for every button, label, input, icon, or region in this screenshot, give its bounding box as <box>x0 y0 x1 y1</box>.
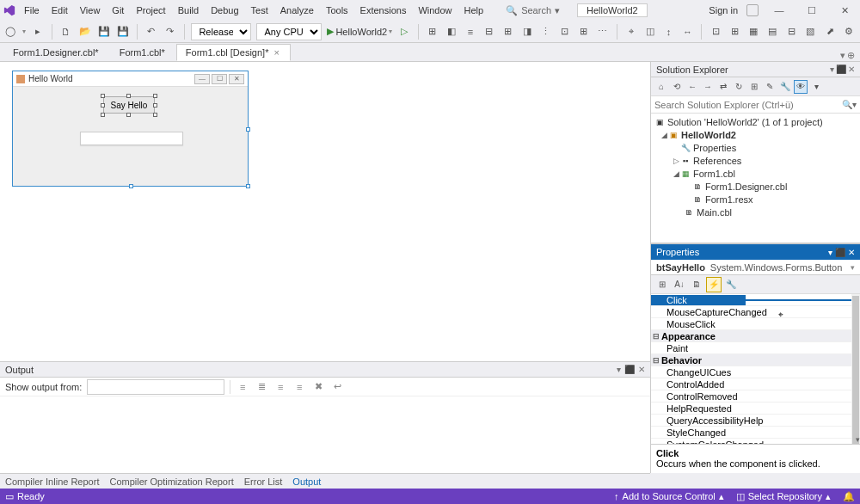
output-source-select[interactable] <box>87 379 224 395</box>
collapse-icon[interactable]: ◢ <box>660 131 668 139</box>
textbox-control[interactable] <box>80 132 183 145</box>
save-icon[interactable]: 💾 <box>97 24 111 40</box>
toolbar-icon[interactable]: ▧ <box>803 24 817 40</box>
menu-project[interactable]: Project <box>131 3 170 17</box>
toolbar-icon[interactable]: ⋯ <box>596 24 610 40</box>
form-client-area[interactable]: Say Hello <box>13 87 248 186</box>
save-all-icon[interactable]: 💾 <box>116 24 130 40</box>
expand-icon[interactable]: ▷ <box>672 157 680 165</box>
menu-analyze[interactable]: Analyze <box>275 3 319 17</box>
se-filter-icon[interactable]: ▾ <box>809 80 823 94</box>
output-wrap-icon[interactable]: ↩ <box>330 380 344 394</box>
menu-test[interactable]: Test <box>246 3 273 17</box>
properties-tab-icon[interactable]: 🗎 <box>689 277 704 292</box>
scrollbar-thumb[interactable] <box>852 296 859 444</box>
panel-pin-icon[interactable]: ⬛ <box>624 365 635 374</box>
properties-scrollbar[interactable]: ▾ <box>851 294 860 444</box>
menu-git[interactable]: Git <box>107 3 129 17</box>
panel-pin-icon[interactable]: ⬛ <box>836 65 846 74</box>
tree-designer-file[interactable]: Form1.Designer.cbl <box>705 181 787 192</box>
tab-pin-icon[interactable]: ⊕ <box>847 50 855 61</box>
properties-object-selector[interactable]: btSayHello System.Windows.Forms.Button ▾ <box>651 260 860 275</box>
tab-error-list[interactable]: Error List <box>244 476 283 487</box>
form-resize-handle[interactable] <box>246 184 250 188</box>
resize-handle[interactable] <box>126 113 131 117</box>
toolbar-icon[interactable]: ⊞ <box>501 24 515 40</box>
solution-explorer-search[interactable]: 🔍▾ <box>651 96 860 114</box>
panel-pin-icon[interactable]: ⬛ <box>835 248 845 257</box>
event-row[interactable]: ControlAdded <box>651 378 860 390</box>
properties-grid[interactable]: Click ⌖ ▾ MouseCaptureChanged MouseClick… <box>651 294 860 444</box>
platform-select[interactable]: Any CPU <box>256 23 322 40</box>
event-row[interactable]: MouseClick <box>651 318 860 330</box>
menu-extensions[interactable]: Extensions <box>355 3 412 17</box>
search-icon[interactable]: 🔍▾ <box>842 100 857 109</box>
user-icon[interactable] <box>746 4 759 16</box>
resize-handle[interactable] <box>101 103 105 108</box>
panel-dropdown-icon[interactable]: ▾ <box>828 248 832 257</box>
output-tool-icon[interactable]: ≡ <box>236 380 249 394</box>
toolbar-icon[interactable]: ⊞ <box>577 24 591 40</box>
say-hello-button[interactable]: Say Hello <box>103 96 155 114</box>
tab-close-icon[interactable]: × <box>273 47 279 58</box>
panel-close-icon[interactable]: ✕ <box>848 248 855 257</box>
start-debug-button[interactable]: ▶ HelloWorld2 ▾ <box>327 26 392 37</box>
tab-compiler-opt[interactable]: Compiler Optimization Report <box>109 476 233 487</box>
collapse-icon[interactable]: ◢ <box>672 169 680 178</box>
maximize-button[interactable]: ☐ <box>800 2 824 19</box>
se-back-icon[interactable]: ← <box>685 80 699 94</box>
select-repository[interactable]: ◫ Select Repository ▴ <box>736 491 831 502</box>
panel-dropdown-icon[interactable]: ▾ <box>830 65 834 74</box>
new-project-icon[interactable]: 🗋 <box>59 24 73 40</box>
tab-compiler-inline[interactable]: Compiler Inline Report <box>5 476 99 487</box>
event-row[interactable]: HelpRequested <box>651 403 860 415</box>
start-nodebug-icon[interactable]: ▷ <box>397 24 411 40</box>
se-refresh-icon[interactable]: ↻ <box>732 80 746 94</box>
se-home-icon[interactable]: ⌂ <box>654 80 668 94</box>
alphabetical-icon[interactable]: A↓ <box>672 277 687 292</box>
menu-edit[interactable]: Edit <box>46 3 73 17</box>
tab-form-design[interactable]: Form1.cbl [Design]*× <box>176 44 291 61</box>
toolbar-icon[interactable]: ⋮ <box>539 24 553 40</box>
output-tool-icon[interactable]: ≡ <box>273 380 287 394</box>
toolbar-icon[interactable]: ◨ <box>520 24 534 40</box>
se-fwd-icon[interactable]: → <box>701 80 715 94</box>
solution-name-box[interactable]: HelloWorld2 <box>577 3 648 17</box>
resize-handle[interactable] <box>153 94 157 98</box>
tree-solution[interactable]: Solution 'HelloWorld2' (1 of 1 project) <box>667 117 823 127</box>
menu-window[interactable]: Window <box>413 3 457 17</box>
event-row[interactable]: ControlRemoved <box>651 390 860 403</box>
toolbar-icon[interactable]: ⊡ <box>558 24 572 40</box>
open-icon[interactable]: 📂 <box>78 24 92 40</box>
se-preview-icon[interactable]: 👁 <box>794 80 808 94</box>
event-row[interactable]: SystemColorsChanged <box>651 439 860 444</box>
se-tool-icon[interactable]: ✎ <box>763 80 777 94</box>
toolbar-icon[interactable]: ◧ <box>445 24 458 40</box>
nav-forward-icon[interactable]: ▸ <box>31 24 45 40</box>
categorized-icon[interactable]: ⊞ <box>654 277 670 292</box>
tree-resx-file[interactable]: Form1.resx <box>705 194 753 205</box>
category-appearance[interactable]: ⊟Appearance <box>651 330 860 342</box>
menu-debug[interactable]: Debug <box>206 3 243 17</box>
tab-output[interactable]: Output <box>292 476 321 487</box>
menu-file[interactable]: File <box>19 3 45 17</box>
toolbar-icon[interactable]: ◫ <box>643 24 657 40</box>
menu-view[interactable]: View <box>75 3 106 17</box>
chevron-down-icon[interactable]: ▾ <box>851 263 855 272</box>
panel-close-icon[interactable]: ✕ <box>638 365 645 374</box>
event-row-click[interactable]: Click ⌖ ▾ <box>651 294 860 306</box>
tree-project[interactable]: HelloWorld2 <box>681 130 736 140</box>
output-tool-icon[interactable]: ≡ <box>292 380 306 394</box>
toolbar-icon[interactable]: ≡ <box>464 24 477 40</box>
resize-handle[interactable] <box>101 113 105 117</box>
undo-icon[interactable]: ↶ <box>144 24 158 40</box>
solution-tree[interactable]: ▣Solution 'HelloWorld2' (1 of 1 project)… <box>651 114 860 243</box>
redo-icon[interactable]: ↷ <box>163 24 177 40</box>
menu-build[interactable]: Build <box>173 3 204 17</box>
tab-dropdown-icon[interactable]: ▾ <box>840 50 845 61</box>
sign-in-link[interactable]: Sign in <box>709 5 738 15</box>
se-properties-icon[interactable]: 🔧 <box>778 80 792 94</box>
panel-dropdown-icon[interactable]: ▾ <box>617 365 621 374</box>
tab-form-cbl[interactable]: Form1.cbl* <box>110 44 176 61</box>
menu-help[interactable]: Help <box>459 3 489 17</box>
